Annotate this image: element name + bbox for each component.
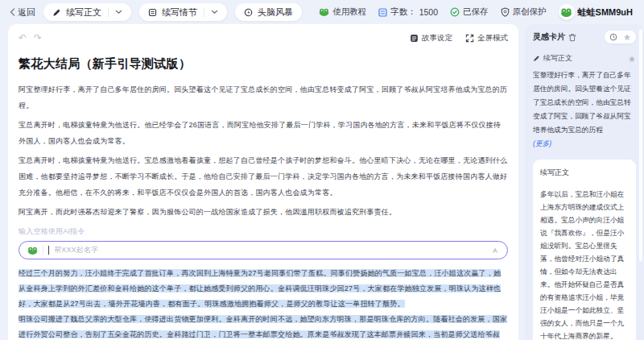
fullscreen-label: 全屏模式 [477, 33, 508, 44]
fullscreen-icon [465, 34, 474, 43]
selected-text-block[interactable]: 经过三个月的努力，汪小姐终于完成了首批订单，再次回到上海特意为27号老同事们带了… [19, 266, 508, 340]
shield-icon [501, 7, 510, 17]
card-header: 续写正文 [533, 53, 636, 64]
brainstorm-label: 头脑风暴 [258, 6, 293, 19]
user-account[interactable]: 蛙蛙SMM9uH [559, 4, 633, 20]
undo-icon[interactable]: ↶ [19, 33, 27, 43]
topbar-right: 使用教程 字数： 1500 已保存 原创保护 蛙蛙SMM9uH [319, 4, 633, 20]
brainstorm-icon [244, 8, 253, 17]
ai-command-hint: 输入空格使用AI指令 [19, 226, 508, 237]
continue-writing-button[interactable]: 续写正文 [43, 3, 131, 21]
check-circle-icon [450, 7, 460, 17]
selected-text[interactable]: 明珠公司搬进了魏总父亲的大型仓库，使得进出货物更加便利。金科离开的时间不远，她望… [19, 315, 507, 340]
sidebar-header: 灵感卡片 [533, 31, 636, 44]
divider [204, 8, 204, 17]
inspiration-card-continuation[interactable]: 续写正文 多年以后，宝总和汪小姐在上海东方明珠的建成仪式上相遇。宝总小声的向汪小… [533, 160, 636, 340]
word-count-label: 字数： [390, 6, 416, 18]
favorite-star-icon[interactable] [628, 55, 636, 63]
back-button[interactable]: 返回 [10, 6, 35, 19]
tutorial-button[interactable]: 使用教程 [319, 6, 366, 18]
continue-writing-label: 续写正文 [66, 6, 101, 19]
card-label: 续写正文 [540, 168, 629, 178]
divider [43, 246, 43, 255]
sidebar-title: 灵感卡片 [533, 31, 565, 43]
copyright-protection-button[interactable]: 原创保护 [501, 6, 547, 18]
story-paragraph-selected: 明珠公司搬进了魏总父亲的大型仓库，使得进出货物更加便利。金科离开的时间不远，她望… [19, 312, 508, 340]
story-paragraph[interactable]: 阿宝整理好行李，离开了自己多年居住的房间。回头望着这个见证了宝总成长的空间，他由… [19, 81, 508, 114]
story-settings-label: 故事设定 [422, 33, 452, 44]
pen-icon [533, 55, 540, 62]
username: 蛙蛙SMM9uH [578, 6, 633, 19]
saved-status: 已保存 [450, 6, 489, 18]
divider [108, 8, 109, 17]
story-paragraph[interactable]: 宝总离开时，电梯孩童特意为他送行。他已经学会了26国语言，而阿宝给他安排了最后一… [19, 117, 508, 149]
card-content: 宝整理好行李，离开了自己多年居住的房间。回头望着这个见证了宝总成长的空间，他由宝… [533, 68, 636, 151]
story-settings-button[interactable]: 故事设定 [410, 33, 452, 44]
selected-text[interactable]: 经过三个月的努力，汪小姐终于完成了首批订单，再次回到上海特意为27号老同事们带了… [19, 269, 501, 308]
editor-toolbar: ↶ ↷ 故事设定 全屏模式 [19, 29, 508, 47]
chevron-down-icon [211, 10, 218, 15]
pen-icon [52, 8, 61, 17]
top-toolbar: 返回 续写正文 续写情节 头脑风暴 使用教程 [0, 0, 644, 24]
favorites-star-icon[interactable] [623, 33, 631, 41]
chevron-left-icon [10, 8, 15, 16]
word-count-icon [378, 8, 387, 17]
editor-actions: 故事设定 全屏模式 [410, 33, 508, 44]
main-content: ↶ ↷ 故事设定 全屏模式 繁花大结局（新手引导测试版） 阿宝整理好行李，离开 [0, 24, 644, 340]
history-clock-icon[interactable] [609, 33, 617, 41]
copyright-protection-label: 原创保护 [513, 6, 547, 18]
chevron-down-icon [115, 10, 122, 15]
fullscreen-button[interactable]: 全屏模式 [465, 33, 508, 44]
document-title[interactable]: 繁花大结局（新手引导测试版） [19, 56, 508, 72]
word-count: 字数： 1500 [378, 6, 438, 18]
back-label: 返回 [18, 6, 35, 19]
continue-plot-button[interactable]: 续写情节 [139, 3, 227, 21]
scrollbar[interactable] [639, 29, 642, 261]
plot-document-icon [148, 8, 157, 17]
inspiration-card-summary[interactable]: 续写正文 宝整理好行李，离开了自己多年居住的房间。回头望着这个见证了宝总成长的空… [533, 53, 636, 151]
card-paragraph: 多年以后，宝总和汪小姐在上海东方明珠的建成仪式上相遇。宝总小声的向汪小姐说『我喜… [540, 188, 629, 340]
text-cursor [48, 246, 49, 255]
story-paragraph-selected: 经过三个月的努力，汪小姐终于完成了首批订单，再次回到上海特意为27号老同事们带了… [19, 266, 508, 312]
ai-input-placeholder: 帮XXX起名字 [54, 245, 98, 255]
send-icon[interactable] [491, 247, 499, 255]
card-text: 宝整理好行李，离开了自己多年居住的房间。回头望着这个见证了宝总成长的空间，他由宝… [533, 71, 631, 134]
story-paragraph[interactable]: 宝总离开时，电梯孩童特意为他送行。宝总感激地看着孩童，想起了自己曾经是个孩子时的… [19, 152, 508, 201]
story-settings-icon [410, 34, 419, 43]
card-filter-toggle [605, 31, 636, 44]
continue-plot-label: 续写情节 [162, 6, 197, 19]
word-count-value: 1500 [419, 7, 438, 17]
story-paragraph[interactable]: 阿宝离开，而此时强慕杰却迎来了警察，因为服饰公司的一战给国家造成了损失，他因滥用… [19, 204, 508, 220]
clear-cards-icon[interactable] [568, 33, 576, 42]
editor-panel: ↶ ↷ 故事设定 全屏模式 繁花大结局（新手引导测试版） 阿宝整理好行李，离开 [8, 24, 518, 340]
tutorial-label: 使用教程 [332, 6, 366, 18]
redo-icon[interactable]: ↷ [34, 33, 42, 43]
inspiration-sidebar: 灵感卡片 续写正文 [525, 24, 644, 340]
avatar [559, 4, 575, 20]
card-label: 续写正文 [543, 53, 572, 64]
more-link[interactable]: (更多) [533, 139, 551, 147]
brainstorm-button[interactable]: 头脑风暴 [235, 3, 302, 21]
ai-command-input[interactable]: 帮XXX起名字 [19, 241, 508, 259]
saved-label: 已保存 [463, 6, 489, 18]
frog-icon [27, 247, 38, 255]
frog-icon [319, 8, 329, 16]
